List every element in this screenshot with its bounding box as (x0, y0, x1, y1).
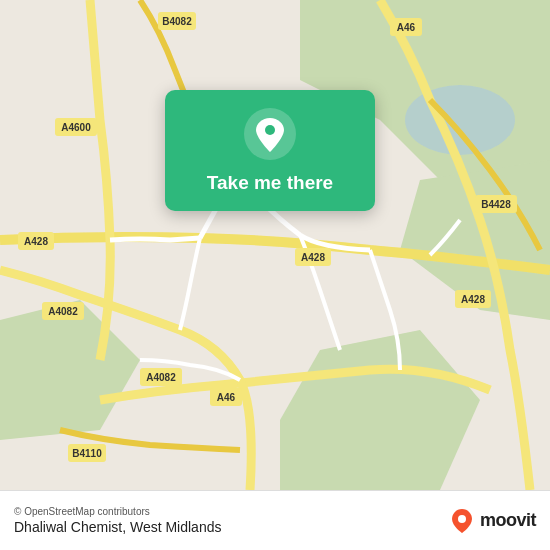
svg-text:A428: A428 (301, 252, 325, 263)
svg-text:A428: A428 (24, 236, 48, 247)
map-svg: A46 A4600 A428 A428 A428 A4082 A4082 B40… (0, 0, 550, 490)
footer-bar: © OpenStreetMap contributors Dhaliwal Ch… (0, 490, 550, 550)
location-pin-icon (244, 108, 296, 160)
svg-text:A46: A46 (217, 392, 236, 403)
svg-text:A4082: A4082 (146, 372, 176, 383)
svg-point-31 (458, 515, 466, 523)
moovit-pin-icon (448, 507, 476, 535)
moovit-wordmark: moovit (480, 510, 536, 531)
svg-text:A4600: A4600 (61, 122, 91, 133)
svg-text:B4082: B4082 (162, 16, 192, 27)
svg-text:A46: A46 (397, 22, 416, 33)
take-me-there-button[interactable]: Take me there (207, 172, 333, 195)
osm-attribution: © OpenStreetMap contributors (14, 506, 221, 517)
svg-point-5 (405, 85, 515, 155)
map-area: A46 A4600 A428 A428 A428 A4082 A4082 B40… (0, 0, 550, 490)
svg-text:A428: A428 (461, 294, 485, 305)
cta-card[interactable]: Take me there (165, 90, 375, 211)
moovit-logo: moovit (448, 507, 536, 535)
svg-text:A4082: A4082 (48, 306, 78, 317)
svg-text:B4428: B4428 (481, 199, 511, 210)
location-name: Dhaliwal Chemist, West Midlands (14, 519, 221, 535)
svg-point-30 (265, 125, 275, 135)
svg-text:B4110: B4110 (72, 448, 102, 459)
